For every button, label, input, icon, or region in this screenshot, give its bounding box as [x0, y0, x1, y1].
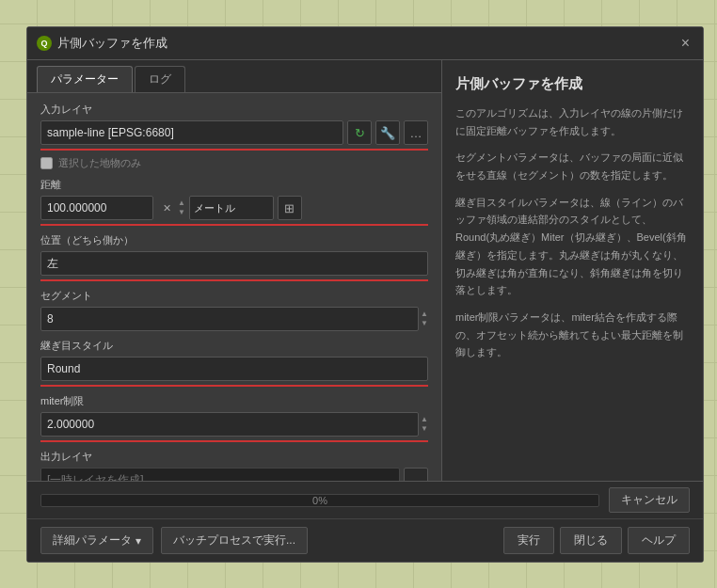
segment-label: セグメント: [40, 289, 428, 303]
output-more-icon[interactable]: …: [404, 468, 428, 481]
progress-label: 0%: [312, 495, 327, 506]
input-layer-underline: [40, 149, 428, 151]
distance-label: 距離: [40, 178, 428, 192]
help-para-3: 継ぎ目スタイルパラメータは、線（ライン）のバッファ領域の連結部分のスタイルとして…: [455, 194, 690, 299]
input-layer-label: 入力レイヤ: [40, 103, 428, 117]
close-dialog-button[interactable]: 閉じる: [560, 527, 622, 554]
miter-spin-down-icon[interactable]: ▼: [421, 424, 428, 434]
close-button[interactable]: ×: [677, 36, 693, 51]
position-row: 左: [40, 251, 428, 276]
chevron-down-icon: ▾: [135, 534, 141, 548]
help-button[interactable]: ヘルプ: [628, 527, 690, 554]
input-layer-row: sample-line [EPSG:6680] ↻ 🔧 …: [40, 120, 428, 145]
tab-bar: パラメーター ログ: [27, 60, 441, 92]
miter-spin-up-icon[interactable]: ▲: [421, 415, 428, 424]
unit-select[interactable]: メートル: [189, 196, 274, 220]
miter-label: miter制限: [40, 394, 428, 408]
left-panel: パラメーター ログ 入力レイヤ sample-line [EPSG:6680] …: [27, 60, 441, 481]
position-label: 位置（どちら側か）: [40, 233, 428, 247]
action-row: 詳細パラメータ ▾ バッチプロセスで実行... 実行 閉じる ヘルプ: [27, 518, 703, 562]
run-button[interactable]: 実行: [503, 527, 554, 554]
miter-spinners[interactable]: ▲ ▼: [421, 415, 428, 433]
advanced-params-button[interactable]: 詳細パラメータ ▾: [40, 527, 153, 554]
segment-input[interactable]: [40, 307, 419, 331]
help-para-1: このアルゴリズムは、入力レイヤの線の片側だけに固定距離バッファを作成します。: [455, 104, 690, 139]
dialog-body: パラメーター ログ 入力レイヤ sample-line [EPSG:6680] …: [27, 60, 703, 481]
selected-only-checkbox[interactable]: [40, 157, 53, 169]
tab-log[interactable]: ログ: [135, 66, 185, 92]
bottom-bar: 0% キャンセル 詳細パラメータ ▾ バッチプロセスで実行... 実行 閉じる …: [27, 481, 703, 562]
distance-input[interactable]: [40, 196, 153, 220]
join-style-row: Round: [40, 357, 428, 381]
data-defined-icon[interactable]: ⊞: [278, 196, 302, 220]
segment-spinners[interactable]: ▲ ▼: [421, 310, 428, 327]
output-layer-row: …: [40, 468, 428, 481]
position-select[interactable]: 左: [40, 251, 428, 276]
spin-up-icon[interactable]: ▲: [178, 199, 185, 208]
distance-spinners[interactable]: ▲ ▼: [178, 199, 185, 216]
input-layer-select[interactable]: sample-line [EPSG:6680]: [40, 120, 343, 145]
action-right: 実行 閉じる ヘルプ: [503, 527, 690, 554]
progress-wrap: 0%: [40, 494, 599, 507]
settings-icon[interactable]: 🔧: [375, 120, 400, 145]
qgis-icon: Q: [37, 36, 52, 51]
form-area: 入力レイヤ sample-line [EPSG:6680] ↻ 🔧 … 選択した…: [27, 92, 441, 481]
miter-input[interactable]: [40, 412, 419, 437]
cancel-button[interactable]: キャンセル: [609, 487, 690, 513]
join-style-label: 継ぎ目スタイル: [40, 339, 428, 353]
title-bar: Q 片側バッファを作成 ×: [27, 27, 703, 60]
checkbox-row: 選択した地物のみ: [40, 156, 428, 170]
distance-row: ✕ ▲ ▼ メートル ⊞: [40, 196, 428, 220]
segment-spin-down-icon[interactable]: ▼: [421, 319, 428, 328]
spin-down-icon[interactable]: ▼: [178, 208, 185, 217]
output-layer-input[interactable]: [40, 468, 400, 481]
miter-row: ▲ ▼: [40, 412, 428, 437]
help-para-4: miter制限パラメータは、miter結合を作成する際の、オフセット続から離れて…: [455, 309, 690, 361]
right-panel: 片側バッファを作成 このアルゴリズムは、入力レイヤの線の片側だけに固定距離バッフ…: [441, 60, 703, 481]
action-left: 詳細パラメータ ▾ バッチプロセスで実行...: [40, 527, 308, 554]
distance-underline: [40, 224, 428, 226]
position-underline: [40, 279, 428, 281]
title-bar-left: Q 片側バッファを作成: [37, 35, 167, 52]
progress-row: 0% キャンセル: [27, 482, 703, 518]
dialog-title: 片側バッファを作成: [57, 35, 167, 52]
checkbox-label: 選択した地物のみ: [58, 156, 141, 170]
more-icon[interactable]: …: [404, 120, 428, 145]
batch-button[interactable]: バッチプロセスで実行...: [161, 527, 308, 554]
tab-parameters[interactable]: パラメーター: [37, 66, 133, 92]
clear-distance-button[interactable]: ✕: [157, 199, 176, 217]
help-title: 片側バッファを作成: [455, 75, 690, 93]
help-para-2: セグメントパラメータは、バッファの局面に近似をせる直線（セグメント）の数を指定し…: [455, 149, 690, 183]
output-layer-label: 出力レイヤ: [40, 450, 428, 464]
segment-row: ▲ ▼: [40, 307, 428, 331]
join-style-underline: [40, 385, 428, 387]
dialog-window: Q 片側バッファを作成 × パラメーター ログ 入力レイヤ sample-lin…: [26, 26, 704, 563]
segment-spin-up-icon[interactable]: ▲: [421, 310, 428, 319]
join-style-select[interactable]: Round: [40, 357, 428, 381]
refresh-icon[interactable]: ↻: [347, 120, 372, 145]
miter-underline: [40, 440, 428, 442]
